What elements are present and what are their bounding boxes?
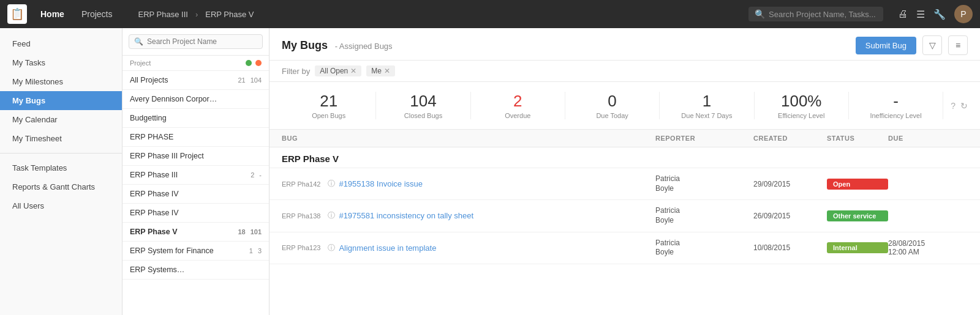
header-actions: Submit Bug ▽ ≡ bbox=[856, 35, 968, 55]
created-date: 10/08/2015 bbox=[753, 243, 827, 252]
project-green-count: 21 bbox=[238, 76, 245, 84]
bug-table-header: BUG REPORTER CREATED STATUS DUE bbox=[270, 130, 980, 147]
project-name: ERP Phase III bbox=[130, 171, 251, 179]
app-logo[interactable]: 📋 bbox=[7, 4, 27, 24]
project-item[interactable]: ERP Phase IV bbox=[123, 185, 269, 204]
project-name: All Projects bbox=[130, 76, 238, 84]
submit-bug-button[interactable]: Submit Bug bbox=[856, 37, 916, 54]
reporter-name: Patricia Boyle bbox=[655, 206, 753, 225]
stat-label: Due Today bbox=[565, 112, 659, 119]
filter-tag-all-open[interactable]: All Open ✕ bbox=[315, 65, 361, 76]
due-date: 28/08/2015 12:00 AM bbox=[888, 239, 968, 256]
sidebar-item-my-tasks[interactable]: My Tasks bbox=[0, 53, 122, 72]
stats-bar: 21 Open Bugs 104 Closed Bugs 2 Overdue 0… bbox=[270, 82, 980, 130]
top-nav-icons: 🖨 ☰ 🔧 P bbox=[898, 5, 973, 23]
sidebar-item-my-timesheet[interactable]: My Timesheet bbox=[0, 129, 122, 148]
list-icon[interactable]: ☰ bbox=[916, 9, 925, 20]
stat-closed-bugs: 104 Closed Bugs bbox=[376, 92, 470, 119]
project-orange-count: 101 bbox=[251, 228, 262, 235]
bug-info: ERP Pha142 ⓘ #1955138 Invoice issue bbox=[282, 179, 655, 189]
bug-link[interactable]: Alignment issue in template bbox=[339, 243, 436, 253]
project-item[interactable]: ERP System for Finance 1 3 bbox=[123, 242, 269, 261]
filter-remove-all-open[interactable]: ✕ bbox=[350, 67, 356, 75]
stat-label: Open Bugs bbox=[282, 112, 375, 119]
nav-projects[interactable]: Projects bbox=[78, 7, 116, 21]
project-item[interactable]: Budgetting bbox=[123, 109, 269, 128]
title-area: My Bugs - Assigned Bugs bbox=[282, 39, 393, 52]
col-reporter: REPORTER bbox=[655, 135, 753, 142]
menu-icon: ≡ bbox=[956, 40, 960, 50]
project-list-header: Project bbox=[123, 56, 269, 71]
project-green-count: 18 bbox=[238, 228, 245, 235]
filter-by-label: Filter by bbox=[282, 67, 310, 76]
project-item[interactable]: ERP Phase III 2 - bbox=[123, 166, 269, 185]
project-item[interactable]: ERP Phase V 18 101 bbox=[123, 223, 269, 242]
avatar[interactable]: P bbox=[954, 5, 973, 23]
sidebar-item-all-users[interactable]: All Users bbox=[0, 196, 122, 215]
help-icon[interactable]: ? bbox=[951, 101, 956, 111]
stat-due-today: 0 Due Today bbox=[565, 92, 660, 119]
project-item[interactable]: Avery Dennison Corpor… bbox=[123, 90, 269, 109]
sidebar-item-feed[interactable]: Feed bbox=[0, 34, 122, 53]
stat-efficiency: 100% Efficiency Level bbox=[755, 92, 849, 119]
stat-label: Inefficiency Level bbox=[849, 112, 943, 119]
project-badges: 1 3 bbox=[249, 247, 262, 254]
nav-home[interactable]: Home bbox=[37, 7, 68, 21]
project-orange-count: - bbox=[259, 171, 262, 179]
stat-label: Efficiency Level bbox=[755, 112, 848, 119]
project-name: Avery Dennison Corpor… bbox=[130, 95, 262, 103]
project-search-container: 🔍 bbox=[123, 28, 269, 56]
stat-value: 2 bbox=[471, 92, 565, 111]
print-icon[interactable]: 🖨 bbox=[898, 9, 908, 20]
project-item[interactable]: ERP Phase IV bbox=[123, 204, 269, 223]
status-badge: Other service bbox=[827, 210, 888, 221]
global-search[interactable]: 🔍 bbox=[748, 7, 883, 21]
main-layout: Feed My Tasks My Milestones My Bugs My C… bbox=[0, 28, 980, 315]
page-title: My Bugs bbox=[282, 39, 328, 51]
created-date: 29/09/2015 bbox=[753, 180, 827, 188]
sidebar-divider bbox=[0, 153, 122, 154]
green-dot-indicator bbox=[246, 60, 252, 66]
sidebar-item-task-templates[interactable]: Task Templates bbox=[0, 158, 122, 177]
project-badges: 2 - bbox=[251, 171, 262, 179]
menu-button[interactable]: ≡ bbox=[948, 35, 968, 55]
project-name: ERP Phase V bbox=[130, 228, 238, 236]
sidebar-item-reports[interactable]: Reports & Gantt Charts bbox=[0, 177, 122, 196]
project-item[interactable]: All Projects 21 104 bbox=[123, 71, 269, 90]
logo-icon: 📋 bbox=[10, 7, 24, 21]
col-created: CREATED bbox=[753, 135, 827, 142]
project-search-inner[interactable]: 🔍 bbox=[129, 34, 263, 49]
filter-tag-me[interactable]: Me ✕ bbox=[366, 65, 395, 76]
breadcrumb-separator: › bbox=[195, 10, 198, 19]
stat-open-bugs: 21 Open Bugs bbox=[282, 92, 376, 119]
created-date: 26/09/2015 bbox=[753, 212, 827, 220]
bug-link[interactable]: #1955138 Invoice issue bbox=[339, 179, 423, 188]
project-badges: 18 101 bbox=[238, 228, 262, 235]
filter-button[interactable]: ▽ bbox=[922, 35, 942, 55]
project-item[interactable]: ERP PHASE bbox=[123, 128, 269, 147]
global-search-input[interactable] bbox=[769, 10, 877, 19]
sidebar-item-my-milestones[interactable]: My Milestones bbox=[0, 72, 122, 91]
breadcrumb-phase5[interactable]: ERP Phase V bbox=[205, 10, 254, 19]
table-row: ERP Pha138 ⓘ #1975581 inconsistency on t… bbox=[270, 200, 980, 232]
table-row: ERP Pha142 ⓘ #1955138 Invoice issue Patr… bbox=[270, 168, 980, 200]
project-item[interactable]: ERP Phase III Project bbox=[123, 147, 269, 166]
project-search-input[interactable] bbox=[147, 37, 257, 46]
project-header-label: Project bbox=[130, 59, 151, 67]
stat-value: 100% bbox=[755, 92, 848, 111]
project-item[interactable]: ERP Systems… bbox=[123, 261, 269, 280]
reporter-name: Patricia Boyle bbox=[655, 239, 753, 258]
breadcrumb-phase3[interactable]: ERP Phase III bbox=[138, 10, 187, 19]
wrench-icon[interactable]: 🔧 bbox=[933, 9, 946, 20]
refresh-icon[interactable]: ↻ bbox=[960, 101, 968, 111]
project-orange-count: 3 bbox=[258, 247, 262, 254]
filter-remove-me[interactable]: ✕ bbox=[384, 67, 390, 75]
sidebar-item-my-calendar[interactable]: My Calendar bbox=[0, 110, 122, 129]
bug-link[interactable]: #1975581 inconsistency on tally sheet bbox=[339, 211, 473, 220]
main-header: My Bugs - Assigned Bugs Submit Bug ▽ ≡ bbox=[270, 28, 980, 61]
stat-actions: ? ↻ bbox=[943, 101, 968, 111]
stat-label: Closed Bugs bbox=[376, 112, 470, 119]
sidebar-item-my-bugs[interactable]: My Bugs bbox=[0, 91, 122, 110]
top-navigation: 📋 Home Projects ERP Phase III › ERP Phas… bbox=[0, 0, 980, 28]
project-name: ERP Phase IV bbox=[130, 209, 262, 217]
